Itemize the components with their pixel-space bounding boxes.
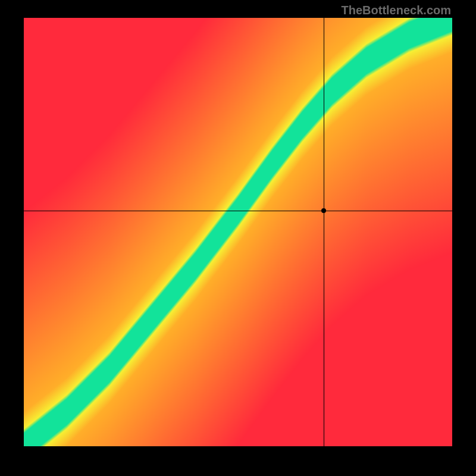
heatmap-canvas (24, 18, 452, 446)
chart-frame: TheBottleneck.com (0, 0, 476, 476)
watermark-label: TheBottleneck.com (342, 4, 451, 17)
heatmap-plot (24, 18, 452, 446)
